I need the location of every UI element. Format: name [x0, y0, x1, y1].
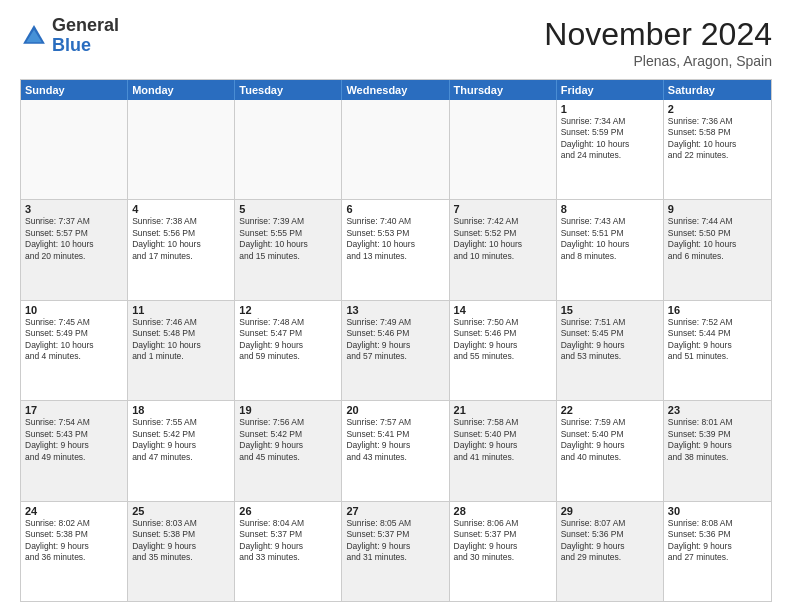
day-cell-14: 14Sunrise: 7:50 AMSunset: 5:46 PMDayligh… [450, 301, 557, 400]
day-number: 25 [132, 505, 230, 517]
day-cell-27: 27Sunrise: 8:05 AMSunset: 5:37 PMDayligh… [342, 502, 449, 601]
day-info: Sunrise: 8:08 AMSunset: 5:36 PMDaylight:… [668, 518, 767, 564]
day-number: 1 [561, 103, 659, 115]
day-number: 27 [346, 505, 444, 517]
day-info: Sunrise: 8:07 AMSunset: 5:36 PMDaylight:… [561, 518, 659, 564]
day-info: Sunrise: 7:42 AMSunset: 5:52 PMDaylight:… [454, 216, 552, 262]
day-cell-10: 10Sunrise: 7:45 AMSunset: 5:49 PMDayligh… [21, 301, 128, 400]
day-number: 9 [668, 203, 767, 215]
empty-cell-0-3 [342, 100, 449, 199]
logo: General Blue [20, 16, 119, 56]
day-number: 15 [561, 304, 659, 316]
day-cell-4: 4Sunrise: 7:38 AMSunset: 5:56 PMDaylight… [128, 200, 235, 299]
day-info: Sunrise: 8:02 AMSunset: 5:38 PMDaylight:… [25, 518, 123, 564]
day-cell-19: 19Sunrise: 7:56 AMSunset: 5:42 PMDayligh… [235, 401, 342, 500]
day-header-thursday: Thursday [450, 80, 557, 100]
day-info: Sunrise: 7:37 AMSunset: 5:57 PMDaylight:… [25, 216, 123, 262]
day-cell-3: 3Sunrise: 7:37 AMSunset: 5:57 PMDaylight… [21, 200, 128, 299]
day-info: Sunrise: 7:43 AMSunset: 5:51 PMDaylight:… [561, 216, 659, 262]
day-info: Sunrise: 7:34 AMSunset: 5:59 PMDaylight:… [561, 116, 659, 162]
day-number: 20 [346, 404, 444, 416]
day-cell-21: 21Sunrise: 7:58 AMSunset: 5:40 PMDayligh… [450, 401, 557, 500]
day-info: Sunrise: 7:57 AMSunset: 5:41 PMDaylight:… [346, 417, 444, 463]
day-cell-29: 29Sunrise: 8:07 AMSunset: 5:36 PMDayligh… [557, 502, 664, 601]
day-header-sunday: Sunday [21, 80, 128, 100]
day-number: 14 [454, 304, 552, 316]
week-row-4: 17Sunrise: 7:54 AMSunset: 5:43 PMDayligh… [21, 401, 771, 501]
day-number: 19 [239, 404, 337, 416]
day-cell-15: 15Sunrise: 7:51 AMSunset: 5:45 PMDayligh… [557, 301, 664, 400]
calendar-body: 1Sunrise: 7:34 AMSunset: 5:59 PMDaylight… [21, 100, 771, 601]
day-info: Sunrise: 7:49 AMSunset: 5:46 PMDaylight:… [346, 317, 444, 363]
day-cell-23: 23Sunrise: 8:01 AMSunset: 5:39 PMDayligh… [664, 401, 771, 500]
month-title: November 2024 [544, 16, 772, 53]
day-info: Sunrise: 7:56 AMSunset: 5:42 PMDaylight:… [239, 417, 337, 463]
day-number: 6 [346, 203, 444, 215]
day-cell-12: 12Sunrise: 7:48 AMSunset: 5:47 PMDayligh… [235, 301, 342, 400]
day-info: Sunrise: 7:46 AMSunset: 5:48 PMDaylight:… [132, 317, 230, 363]
day-info: Sunrise: 7:50 AMSunset: 5:46 PMDaylight:… [454, 317, 552, 363]
empty-cell-0-2 [235, 100, 342, 199]
day-cell-16: 16Sunrise: 7:52 AMSunset: 5:44 PMDayligh… [664, 301, 771, 400]
day-number: 8 [561, 203, 659, 215]
day-number: 5 [239, 203, 337, 215]
day-cell-26: 26Sunrise: 8:04 AMSunset: 5:37 PMDayligh… [235, 502, 342, 601]
day-number: 4 [132, 203, 230, 215]
day-cell-11: 11Sunrise: 7:46 AMSunset: 5:48 PMDayligh… [128, 301, 235, 400]
day-cell-17: 17Sunrise: 7:54 AMSunset: 5:43 PMDayligh… [21, 401, 128, 500]
week-row-5: 24Sunrise: 8:02 AMSunset: 5:38 PMDayligh… [21, 502, 771, 601]
day-number: 30 [668, 505, 767, 517]
day-number: 3 [25, 203, 123, 215]
logo-icon [20, 22, 48, 50]
page: General Blue November 2024 Plenas, Arago… [0, 0, 792, 612]
day-number: 12 [239, 304, 337, 316]
day-cell-5: 5Sunrise: 7:39 AMSunset: 5:55 PMDaylight… [235, 200, 342, 299]
logo-general: General [52, 15, 119, 35]
day-info: Sunrise: 7:45 AMSunset: 5:49 PMDaylight:… [25, 317, 123, 363]
day-info: Sunrise: 7:48 AMSunset: 5:47 PMDaylight:… [239, 317, 337, 363]
day-info: Sunrise: 7:44 AMSunset: 5:50 PMDaylight:… [668, 216, 767, 262]
location: Plenas, Aragon, Spain [544, 53, 772, 69]
day-number: 28 [454, 505, 552, 517]
day-info: Sunrise: 7:51 AMSunset: 5:45 PMDaylight:… [561, 317, 659, 363]
day-header-monday: Monday [128, 80, 235, 100]
day-cell-24: 24Sunrise: 8:02 AMSunset: 5:38 PMDayligh… [21, 502, 128, 601]
day-info: Sunrise: 8:06 AMSunset: 5:37 PMDaylight:… [454, 518, 552, 564]
day-info: Sunrise: 7:58 AMSunset: 5:40 PMDaylight:… [454, 417, 552, 463]
day-info: Sunrise: 7:39 AMSunset: 5:55 PMDaylight:… [239, 216, 337, 262]
day-info: Sunrise: 8:01 AMSunset: 5:39 PMDaylight:… [668, 417, 767, 463]
calendar: SundayMondayTuesdayWednesdayThursdayFrid… [20, 79, 772, 602]
day-cell-25: 25Sunrise: 8:03 AMSunset: 5:38 PMDayligh… [128, 502, 235, 601]
day-number: 26 [239, 505, 337, 517]
day-cell-18: 18Sunrise: 7:55 AMSunset: 5:42 PMDayligh… [128, 401, 235, 500]
day-cell-13: 13Sunrise: 7:49 AMSunset: 5:46 PMDayligh… [342, 301, 449, 400]
empty-cell-0-1 [128, 100, 235, 199]
day-info: Sunrise: 7:38 AMSunset: 5:56 PMDaylight:… [132, 216, 230, 262]
day-cell-7: 7Sunrise: 7:42 AMSunset: 5:52 PMDaylight… [450, 200, 557, 299]
day-header-saturday: Saturday [664, 80, 771, 100]
day-info: Sunrise: 7:54 AMSunset: 5:43 PMDaylight:… [25, 417, 123, 463]
empty-cell-0-0 [21, 100, 128, 199]
day-number: 23 [668, 404, 767, 416]
day-number: 17 [25, 404, 123, 416]
day-cell-20: 20Sunrise: 7:57 AMSunset: 5:41 PMDayligh… [342, 401, 449, 500]
day-info: Sunrise: 8:05 AMSunset: 5:37 PMDaylight:… [346, 518, 444, 564]
title-block: November 2024 Plenas, Aragon, Spain [544, 16, 772, 69]
day-header-tuesday: Tuesday [235, 80, 342, 100]
day-cell-9: 9Sunrise: 7:44 AMSunset: 5:50 PMDaylight… [664, 200, 771, 299]
day-info: Sunrise: 7:36 AMSunset: 5:58 PMDaylight:… [668, 116, 767, 162]
day-info: Sunrise: 7:59 AMSunset: 5:40 PMDaylight:… [561, 417, 659, 463]
header: General Blue November 2024 Plenas, Arago… [20, 16, 772, 69]
day-info: Sunrise: 7:52 AMSunset: 5:44 PMDaylight:… [668, 317, 767, 363]
day-cell-1: 1Sunrise: 7:34 AMSunset: 5:59 PMDaylight… [557, 100, 664, 199]
week-row-1: 1Sunrise: 7:34 AMSunset: 5:59 PMDaylight… [21, 100, 771, 200]
week-row-2: 3Sunrise: 7:37 AMSunset: 5:57 PMDaylight… [21, 200, 771, 300]
day-number: 2 [668, 103, 767, 115]
calendar-header: SundayMondayTuesdayWednesdayThursdayFrid… [21, 80, 771, 100]
day-number: 24 [25, 505, 123, 517]
day-cell-8: 8Sunrise: 7:43 AMSunset: 5:51 PMDaylight… [557, 200, 664, 299]
day-number: 21 [454, 404, 552, 416]
day-cell-2: 2Sunrise: 7:36 AMSunset: 5:58 PMDaylight… [664, 100, 771, 199]
day-info: Sunrise: 7:55 AMSunset: 5:42 PMDaylight:… [132, 417, 230, 463]
day-number: 10 [25, 304, 123, 316]
